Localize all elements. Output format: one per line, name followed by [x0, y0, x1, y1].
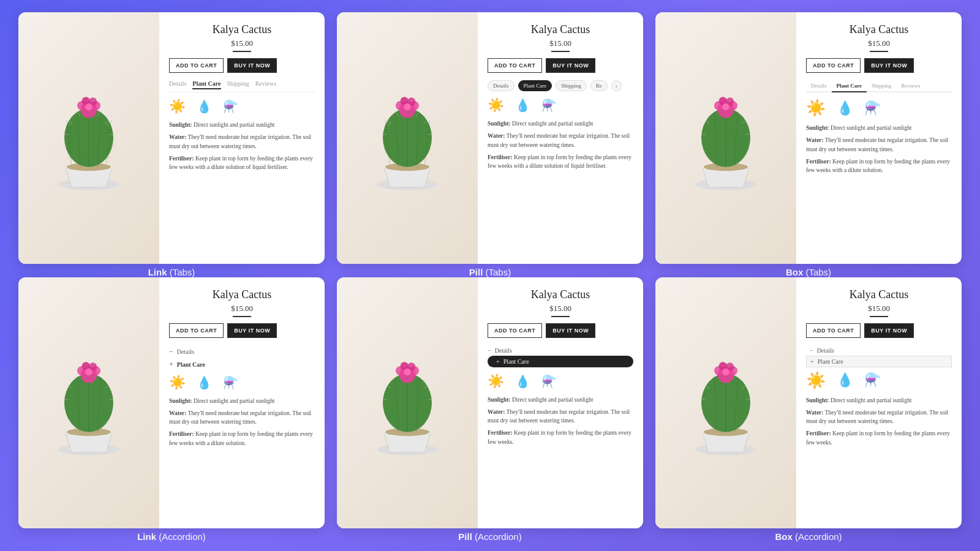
card-pill-tabs: Kalya Cactus $15.00 ADD TO CART BUY IT N…: [337, 12, 643, 264]
product-price-1: $15.00: [169, 39, 315, 48]
sun-icon-4: ☀️: [169, 375, 186, 391]
accordion-pill-details-5: Details: [495, 347, 512, 354]
water-icon-5: 💧: [515, 374, 530, 389]
buy-now-button-3[interactable]: BUY IT NOW: [864, 58, 914, 73]
row-group-accordions: Kalya Cactus $15.00 ADD TO CART BUY IT N…: [18, 277, 962, 542]
card-image-4: [18, 277, 159, 529]
tab-link-plantcare-1[interactable]: Plant Care: [192, 80, 221, 89]
accordion-box-row-details-6[interactable]: − Details: [806, 345, 952, 356]
accordion-row-plantcare-4[interactable]: + Plant Care: [169, 358, 315, 371]
tab-link-reviews-1[interactable]: Reviews: [255, 80, 276, 89]
tab-pill-more-2[interactable]: ›: [611, 80, 622, 91]
tab-pill-plantcare-2[interactable]: Plant Care: [518, 80, 552, 91]
tab-link-shipping-1[interactable]: Shipping: [227, 80, 249, 89]
accordion-box-row-plantcare-6[interactable]: + Plant Care: [806, 356, 952, 367]
add-to-cart-button-3[interactable]: ADD TO CART: [806, 58, 861, 73]
flask-icon-2: ⚗️: [541, 98, 557, 113]
accordion-row-details-4[interactable]: − Details: [169, 345, 315, 358]
buy-now-button-2[interactable]: BUY IT NOW: [546, 58, 595, 73]
add-to-cart-button-4[interactable]: ADD TO CART: [169, 323, 224, 338]
tab-box-details-3[interactable]: Details: [806, 80, 832, 91]
plant-info-4: Sunlight: Direct sunlight and partial su…: [169, 397, 315, 451]
label-box-tabs: Box (Tabs): [655, 267, 962, 277]
btn-row-6: ADD TO CART BUY IT NOW: [806, 323, 952, 338]
btn-row-2: ADD TO CART BUY IT NOW: [488, 58, 633, 73]
price-divider-2: [551, 51, 570, 52]
icons-row-5: ☀️ 💧 ⚗️: [488, 373, 633, 389]
price-divider-1: [233, 51, 251, 52]
label-box-accordion-bold: Box: [775, 531, 792, 542]
accordion-box-details-6: Details: [817, 347, 834, 354]
plant-info-2: Sunlight: Direct sunlight and partial su…: [488, 119, 633, 174]
card-box-accordion: Kalya Cactus $15.00 ADD TO CART BUY IT N…: [655, 277, 962, 529]
label-box-normal: (Tabs): [805, 267, 831, 277]
price-divider-4: [233, 316, 251, 317]
tabs-pill-2: Details Plant Care Shipping Re ›: [488, 80, 633, 91]
flask-icon-6: ⚗️: [864, 372, 881, 388]
btn-row-5: ADD TO CART BUY IT NOW: [488, 323, 633, 338]
plant-info-6: Sunlight: Direct sunlight and partial su…: [806, 396, 952, 451]
label-link-tabs: Link (Tabs): [18, 267, 325, 277]
tab-box-shipping-3[interactable]: Shipping: [867, 80, 897, 91]
label-pill-accordion: Pill (Accordion): [337, 531, 643, 542]
buy-now-button-5[interactable]: BUY IT NOW: [546, 323, 595, 338]
card-image-5: [337, 277, 478, 529]
label-link-accordion: Link (Accordion): [18, 531, 325, 542]
row-cards-tabs: Kalya Cactus $15.00 ADD TO CART BUY IT N…: [18, 12, 962, 264]
tab-pill-shipping-2[interactable]: Shipping: [556, 80, 587, 91]
label-link-bold: Link: [148, 267, 167, 277]
btn-row-3: ADD TO CART BUY IT NOW: [806, 58, 952, 73]
card-content-box-accordion: Kalya Cactus $15.00 ADD TO CART BUY IT N…: [796, 277, 962, 529]
card-link-tabs: Kalya Cactus $15.00 ADD TO CART BUY IT N…: [18, 12, 325, 264]
product-title-3: Kalya Cactus: [806, 23, 952, 36]
row2-labels: Link (Accordion) Pill (Accordion) Box (A…: [18, 528, 962, 542]
tab-link-details-1[interactable]: Details: [169, 80, 186, 89]
card-pill-accordion: Kalya Cactus $15.00 ADD TO CART BUY IT N…: [337, 277, 643, 529]
row1-labels: Link (Tabs) Pill (Tabs) Box (Tabs): [18, 264, 962, 277]
tab-pill-details-2[interactable]: Details: [488, 80, 514, 91]
icons-row-6: ☀️ 💧 ⚗️: [806, 371, 952, 390]
add-to-cart-button-2[interactable]: ADD TO CART: [488, 58, 542, 73]
tab-box-plantcare-3[interactable]: Plant Care: [832, 80, 867, 92]
card-content-link-tabs: Kalya Cactus $15.00 ADD TO CART BUY IT N…: [159, 12, 325, 264]
price-divider-6: [870, 316, 888, 317]
add-to-cart-button-5[interactable]: ADD TO CART: [488, 323, 542, 338]
add-to-cart-button-6[interactable]: ADD TO CART: [806, 323, 861, 338]
tab-box-reviews-3[interactable]: Reviews: [897, 80, 925, 91]
minus-icon-5: −: [488, 347, 491, 354]
tab-pill-re-2[interactable]: Re: [590, 80, 608, 91]
label-link-accordion-normal: (Accordion): [159, 531, 206, 542]
price-divider-3: [870, 51, 888, 52]
water-icon-3: 💧: [837, 100, 853, 116]
minus-icon-6: −: [810, 347, 813, 354]
accordion-pill-row-plantcare-5[interactable]: + Plant Care: [488, 356, 633, 367]
sun-icon-2: ☀️: [488, 97, 504, 113]
label-pill-normal: (Tabs): [486, 267, 511, 277]
water-icon-6: 💧: [837, 372, 853, 388]
svg-point-68: [722, 103, 729, 110]
label-pill-bold: Pill: [469, 267, 483, 277]
icons-row-1: ☀️ 💧 ⚗️: [169, 99, 315, 114]
add-to-cart-button-1[interactable]: ADD TO CART: [169, 58, 224, 73]
icons-row-3: ☀️ 💧 ⚗️: [806, 99, 952, 118]
accordion-pill-5: − Details + Plant Care: [488, 345, 633, 370]
plus-icon-5: +: [496, 358, 500, 365]
buy-now-button-4[interactable]: BUY IT NOW: [227, 323, 277, 338]
card-link-accordion: Kalya Cactus $15.00 ADD TO CART BUY IT N…: [18, 277, 325, 529]
plus-icon-6: +: [810, 358, 814, 365]
label-pill-accordion-bold: Pill: [458, 531, 472, 542]
plant-info-1: Sunlight: Direct sunlight and partial su…: [169, 121, 315, 175]
btn-row-4: ADD TO CART BUY IT NOW: [169, 323, 315, 338]
sun-icon-1: ☀️: [169, 99, 186, 114]
accordion-link-4: − Details + Plant Care: [169, 345, 315, 371]
svg-point-27: [85, 103, 92, 110]
flask-icon-4: ⚗️: [223, 375, 238, 390]
product-title-5: Kalya Cactus: [488, 288, 633, 301]
buy-now-button-6[interactable]: BUY IT NOW: [864, 323, 914, 338]
label-pill-accordion-normal: (Accordion): [475, 531, 522, 542]
sun-icon-6: ☀️: [806, 371, 826, 390]
buy-now-button-1[interactable]: BUY IT NOW: [227, 58, 277, 73]
accordion-pill-row-details-5[interactable]: − Details: [488, 345, 633, 356]
sun-icon-3: ☀️: [806, 99, 826, 118]
product-price-6: $15.00: [806, 304, 952, 313]
